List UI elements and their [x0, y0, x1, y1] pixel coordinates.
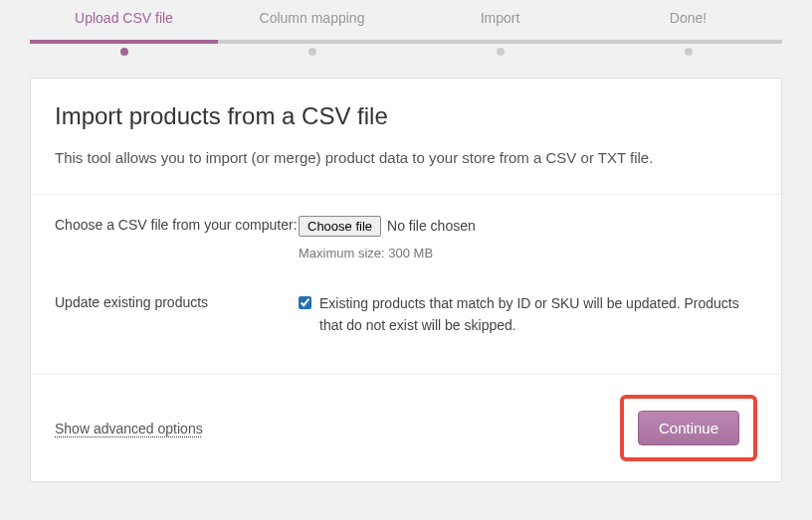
update-existing-checkbox[interactable]: [299, 295, 311, 310]
continue-highlight: Continue: [620, 395, 757, 461]
step-label: Upload CSV file: [75, 10, 173, 26]
step-dot-icon: [304, 44, 320, 60]
file-size-hint: Maximum size: 300 MB: [299, 244, 757, 264]
page-description: This tool allows you to import (or merge…: [55, 146, 757, 170]
card-body: Choose a CSV file from your computer: Ch…: [31, 195, 781, 374]
step-dot-icon: [116, 44, 132, 60]
step-upload: Upload CSV file: [30, 10, 218, 50]
update-label: Update existing products: [55, 292, 299, 337]
file-label: Choose a CSV file from your computer:: [55, 215, 299, 264]
step-done: Done!: [594, 10, 782, 50]
update-row: Update existing products Existing produc…: [55, 292, 757, 337]
file-row: Choose a CSV file from your computer: Ch…: [55, 215, 757, 264]
import-card: Import products from a CSV file This too…: [30, 78, 782, 482]
page-title: Import products from a CSV file: [55, 102, 757, 130]
choose-file-button[interactable]: Choose file: [299, 216, 381, 237]
step-label: Column mapping: [260, 10, 365, 26]
show-advanced-link[interactable]: Show advanced options: [55, 421, 203, 436]
step-mapping: Column mapping: [218, 10, 406, 50]
step-dot-icon: [493, 44, 508, 60]
step-label: Done!: [670, 10, 707, 26]
card-header: Import products from a CSV file This too…: [31, 79, 781, 195]
progress-stepper: Upload CSV file Column mapping Import Do…: [30, 0, 782, 50]
file-status: No file chosen: [387, 215, 476, 237]
card-footer: Show advanced options Continue: [31, 374, 781, 481]
continue-button[interactable]: Continue: [638, 411, 739, 445]
step-dot-icon: [681, 44, 697, 60]
update-description: Existing products that match by ID or SK…: [319, 292, 757, 337]
step-import: Import: [406, 10, 594, 50]
step-label: Import: [481, 10, 520, 26]
